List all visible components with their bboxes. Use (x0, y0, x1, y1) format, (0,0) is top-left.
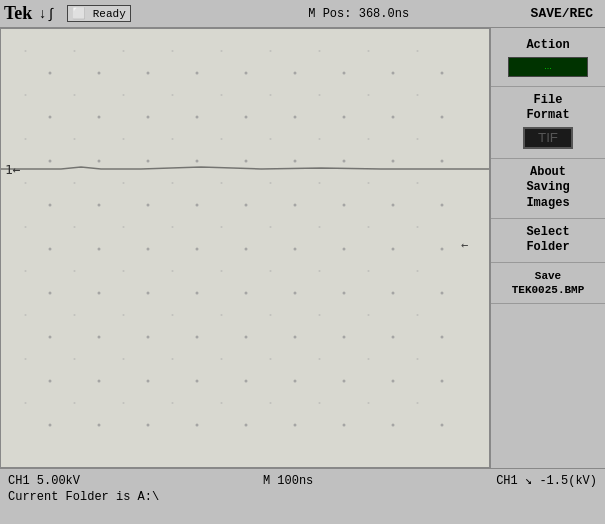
svg-point-83 (270, 226, 272, 228)
svg-point-133 (172, 358, 174, 360)
svg-point-21 (74, 94, 76, 96)
svg-point-149 (123, 402, 125, 404)
svg-point-90 (49, 292, 52, 295)
svg-point-159 (368, 402, 370, 404)
svg-point-75 (74, 226, 76, 228)
svg-point-70 (441, 204, 444, 207)
svg-point-4 (147, 72, 150, 75)
svg-point-39 (74, 138, 76, 140)
svg-point-2 (98, 72, 101, 75)
svg-point-152 (245, 424, 248, 427)
svg-point-78 (196, 248, 199, 251)
svg-point-41 (123, 138, 125, 140)
svg-point-33 (368, 94, 370, 96)
oscilloscope-screen: // Will be rendered via JS below 1← ← (0, 28, 490, 468)
svg-point-52 (441, 160, 444, 163)
action-button[interactable]: ··· (508, 57, 588, 77)
svg-point-141 (368, 358, 370, 360)
svg-point-102 (343, 292, 346, 295)
svg-point-31 (319, 94, 321, 96)
ch1-trigger: CH1 ↘ -1.5(kV) (496, 473, 597, 488)
svg-point-95 (123, 270, 125, 272)
svg-point-144 (49, 424, 52, 427)
svg-point-10 (294, 72, 297, 75)
svg-point-122 (392, 336, 395, 339)
svg-point-60 (196, 204, 199, 207)
format-button[interactable]: TIF (523, 127, 573, 149)
svg-point-43 (172, 138, 174, 140)
svg-point-99 (221, 270, 223, 272)
svg-point-156 (343, 424, 346, 427)
oscilloscope-display: Tek ↓∫ ⬜ Ready M Pos: 368.0ns SAVE/REC /… (0, 0, 605, 524)
svg-point-54 (49, 204, 52, 207)
svg-text:1←: 1← (5, 162, 21, 177)
svg-point-65 (270, 182, 272, 184)
svg-point-32 (392, 116, 395, 119)
tek-logo: Tek (4, 3, 32, 24)
svg-point-124 (441, 336, 444, 339)
svg-point-8 (245, 72, 248, 75)
svg-point-151 (172, 402, 174, 404)
svg-point-66 (343, 204, 346, 207)
svg-point-116 (245, 336, 248, 339)
svg-point-5 (123, 50, 125, 52)
svg-point-45 (221, 138, 223, 140)
svg-point-69 (368, 182, 370, 184)
svg-point-16 (441, 72, 444, 75)
svg-point-138 (343, 380, 346, 383)
svg-point-97 (172, 270, 174, 272)
svg-text:←: ← (461, 238, 468, 252)
svg-point-67 (319, 182, 321, 184)
svg-point-12 (343, 72, 346, 75)
svg-point-34 (441, 116, 444, 119)
svg-point-76 (147, 248, 150, 251)
svg-point-22 (147, 116, 150, 119)
svg-point-36 (49, 160, 52, 163)
svg-point-49 (319, 138, 321, 140)
svg-point-28 (294, 116, 297, 119)
current-folder: Current Folder is A:\ (8, 490, 159, 504)
svg-point-18 (49, 116, 52, 119)
svg-point-37 (25, 138, 27, 140)
svg-point-126 (49, 380, 52, 383)
svg-point-53 (417, 138, 419, 140)
svg-point-155 (270, 402, 272, 404)
svg-point-113 (123, 314, 125, 316)
svg-point-17 (417, 50, 419, 52)
svg-point-157 (319, 402, 321, 404)
about-saving-label: About Saving Images (493, 165, 603, 212)
screen-grid: // Will be rendered via JS below 1← ← (1, 29, 489, 467)
svg-point-55 (25, 182, 27, 184)
svg-point-92 (98, 292, 101, 295)
svg-point-25 (172, 94, 174, 96)
svg-point-87 (368, 226, 370, 228)
m-timebase: M 100ns (263, 474, 313, 488)
svg-point-3 (74, 50, 76, 52)
svg-point-132 (196, 380, 199, 383)
svg-point-56 (98, 204, 101, 207)
svg-point-11 (270, 50, 272, 52)
svg-point-121 (319, 314, 321, 316)
header-bar: Tek ↓∫ ⬜ Ready M Pos: 368.0ns SAVE/REC (0, 0, 605, 28)
svg-point-44 (245, 160, 248, 163)
svg-point-148 (147, 424, 150, 427)
svg-point-153 (221, 402, 223, 404)
svg-point-91 (25, 270, 27, 272)
svg-point-106 (441, 292, 444, 295)
svg-point-139 (319, 358, 321, 360)
svg-point-85 (319, 226, 321, 228)
ch1-scale: CH1 5.00kV (8, 474, 80, 488)
svg-point-15 (368, 50, 370, 52)
svg-point-9 (221, 50, 223, 52)
svg-point-57 (74, 182, 76, 184)
svg-point-1 (25, 50, 27, 52)
m-pos-display: M Pos: 368.0ns (187, 7, 531, 21)
svg-point-58 (147, 204, 150, 207)
svg-point-84 (343, 248, 346, 251)
svg-point-63 (221, 182, 223, 184)
svg-point-77 (123, 226, 125, 228)
svg-point-50 (392, 160, 395, 163)
svg-point-118 (294, 336, 297, 339)
svg-point-119 (270, 314, 272, 316)
svg-point-30 (343, 116, 346, 119)
